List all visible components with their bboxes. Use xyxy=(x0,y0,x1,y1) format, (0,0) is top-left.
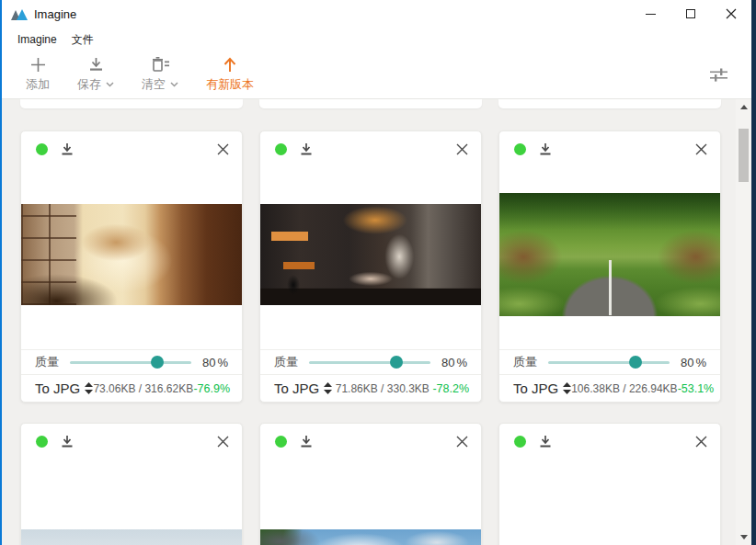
card-stub xyxy=(498,99,721,108)
status-dot xyxy=(275,143,287,155)
thumbnail-zone xyxy=(499,451,720,545)
remove-image-button[interactable] xyxy=(456,143,468,155)
quality-slider[interactable] xyxy=(309,356,430,369)
image-card: 质量 80% To JPG 73.06KB / 316.62KB -76.9% xyxy=(20,131,243,403)
quality-slider-track[interactable] xyxy=(309,361,430,364)
vertical-scrollbar[interactable] xyxy=(736,99,751,545)
quality-label: 质量 xyxy=(513,354,537,370)
remove-image-button[interactable] xyxy=(456,436,468,448)
imagine-app-window: Imagine Imagine 文件 添加 保存 xyxy=(2,0,751,545)
mountains-logo-icon xyxy=(11,7,28,21)
maximize-button[interactable] xyxy=(670,0,711,28)
quality-slider-thumb[interactable] xyxy=(390,356,403,369)
quality-value: 80% xyxy=(681,356,706,369)
status-dot xyxy=(36,143,48,155)
download-image-button[interactable] xyxy=(61,142,74,156)
quality-slider[interactable] xyxy=(70,356,191,369)
quality-slider-thumb[interactable] xyxy=(629,356,642,369)
quality-slider-thumb[interactable] xyxy=(151,356,164,369)
download-image-button[interactable] xyxy=(61,435,74,448)
remove-image-button[interactable] xyxy=(217,143,229,155)
update-available-button[interactable]: 有新版本 xyxy=(206,57,254,93)
sort-arrows-icon xyxy=(85,382,93,394)
download-icon xyxy=(61,142,74,156)
download-image-button[interactable] xyxy=(300,142,313,156)
thumbnail-zone xyxy=(260,451,481,545)
close-icon xyxy=(456,436,468,448)
plus-icon xyxy=(30,57,46,73)
window-title: Imagine xyxy=(34,7,76,21)
close-icon xyxy=(217,143,229,155)
card-stub xyxy=(20,99,243,108)
remove-image-button[interactable] xyxy=(695,436,707,448)
window-controls xyxy=(630,0,751,28)
status-dot xyxy=(275,436,287,448)
card-stub xyxy=(259,99,482,108)
card-header xyxy=(21,131,242,159)
save-button[interactable]: 保存 xyxy=(77,57,114,93)
thumbnail-zone xyxy=(21,159,242,349)
thumbnail-zone xyxy=(260,159,481,349)
thumbnail-anime-girl-sleeping-with-dog[interactable] xyxy=(21,204,242,305)
status-dot xyxy=(514,436,526,448)
quality-slider[interactable] xyxy=(548,356,670,369)
sort-arrows-icon xyxy=(324,382,332,394)
triangle-up-icon xyxy=(740,105,748,109)
format-label: To JPG xyxy=(35,380,80,396)
thumbnail-snow-mountain-lake[interactable] xyxy=(21,529,242,545)
menubar: Imagine 文件 xyxy=(2,28,751,51)
status-dot xyxy=(36,436,48,448)
format-select[interactable]: To JPG xyxy=(513,380,571,396)
background-window-edge-right xyxy=(751,0,756,545)
maximize-icon xyxy=(686,9,695,18)
download-image-button[interactable] xyxy=(539,142,552,156)
quality-slider-track[interactable] xyxy=(548,361,670,364)
close-icon xyxy=(695,143,707,155)
menu-imagine[interactable]: Imagine xyxy=(10,29,64,50)
menu-file[interactable]: 文件 xyxy=(64,28,101,51)
download-icon xyxy=(300,142,313,156)
image-card: 质量 80% To JPG 71.86KB / 330.3KB -78.2% xyxy=(259,131,482,403)
download-image-button[interactable] xyxy=(539,435,552,448)
remove-image-button[interactable] xyxy=(695,143,707,155)
format-select[interactable]: To JPG xyxy=(35,380,93,396)
thumbnail-anime-girl-night-city-window[interactable] xyxy=(260,204,481,305)
card-header xyxy=(260,424,481,451)
titlebar[interactable]: Imagine xyxy=(2,0,751,28)
download-icon xyxy=(61,435,74,448)
file-sizes: 71.86KB / 330.3KB xyxy=(332,382,432,395)
image-card xyxy=(498,423,721,545)
card-header xyxy=(499,131,720,159)
settings-button[interactable] xyxy=(707,64,729,86)
scroll-up-button[interactable] xyxy=(736,99,751,115)
quality-label: 质量 xyxy=(274,354,298,370)
clear-button[interactable]: 清空 xyxy=(142,57,178,93)
thumbnail-zone xyxy=(21,451,242,545)
download-icon xyxy=(539,435,552,448)
thumbnail-zone xyxy=(499,159,720,349)
chevron-down-icon xyxy=(106,82,114,87)
download-icon xyxy=(539,142,552,156)
quality-value: 80% xyxy=(441,356,467,369)
image-grid: 质量 80% To JPG 73.06KB / 316.62KB -76.9% xyxy=(2,99,751,545)
close-window-button[interactable] xyxy=(711,0,751,28)
scrollbar-thumb[interactable] xyxy=(739,129,749,182)
info-row: To JPG 73.06KB / 316.62KB -76.9% xyxy=(21,374,242,402)
toolbar: 添加 保存 清空 有新版本 xyxy=(2,51,751,99)
quality-slider-track[interactable] xyxy=(70,361,191,364)
download-image-button[interactable] xyxy=(300,435,313,448)
image-card: 质量 80% To JPG 106.38KB / 226.94KB -53.1% xyxy=(498,131,721,403)
thumbnail-tree-lined-road[interactable] xyxy=(499,193,720,316)
add-button[interactable]: 添加 xyxy=(26,57,50,93)
card-header xyxy=(21,424,242,451)
trash-list-icon xyxy=(152,57,169,73)
minimize-button[interactable] xyxy=(630,0,670,28)
close-icon xyxy=(695,436,707,448)
status-dot xyxy=(514,143,526,155)
savings-percent: -76.9% xyxy=(193,382,230,395)
thumbnail-alpine-meadow-lake[interactable] xyxy=(260,529,481,545)
format-select[interactable]: To JPG xyxy=(274,380,332,396)
download-icon xyxy=(300,435,313,448)
scroll-down-button[interactable] xyxy=(736,529,751,545)
remove-image-button[interactable] xyxy=(217,436,229,448)
